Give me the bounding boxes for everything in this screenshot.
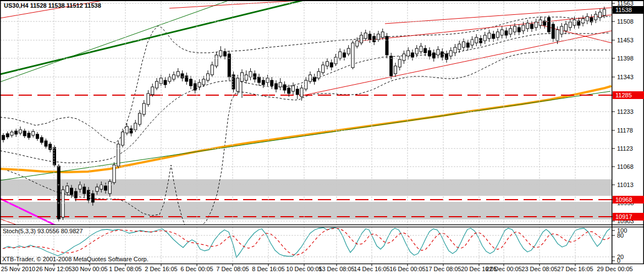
time-tick-label: 25 Nov 2010 [1,266,35,272]
time-tick-label: 10 Dec 00:05 [286,266,322,272]
orange-moving-average [0,86,610,172]
time-tick-label: 22 Dec 00:05 [486,266,521,272]
price-tick-label: 11398 [617,55,634,62]
time-tick-label: 8 Dec 16:05 [252,266,284,272]
stoch-level-label: 0 [617,257,620,264]
time-tick-label: 1 Dec 08:05 [109,266,141,272]
time-tick-label: 29 Dec 00:05 [597,266,632,272]
time-tick-label: 16 Dec 00:05 [389,266,425,272]
thin-green-long [0,91,610,180]
price-tick-label: 11068 [617,163,634,170]
time-tick-label: 17 Dec 08:05 [425,266,461,272]
main-price-panel [0,0,612,229]
time-tick-label: 2 Dec 16:05 [145,266,177,272]
time-tick-label: 7 Dec 08:05 [216,266,249,272]
time-tick-label: 26 Nov 12:05 [36,266,71,272]
stochastic-panel [3,228,610,257]
time-tick-label: 6 Dec 00:05 [180,266,213,272]
red-bottom-left [0,219,23,227]
price-tick-label: 11233 [617,108,634,115]
trading-chart-window: US30,H4 11528 11538 11512 11538 Stoch(5,… [0,0,644,275]
price-tick-label: 11508 [617,18,634,25]
red-wedge-lower [301,31,612,96]
price-tick-label: 11453 [617,37,634,43]
time-tick-label: 30 Nov 00:05 [71,266,107,272]
stoch-level-label: 80 [617,232,624,239]
grid-layer [0,1,612,263]
time-tick-label: 23 Dec 08:05 [521,266,557,272]
symbol-ohlc-info: US30,H4 11528 11538 11512 11538 [4,2,101,9]
key-level-price-box: 10968 [613,196,644,204]
stoch-main-line [3,228,610,257]
platform-copyright: XTB-Trader, © 2001-2008 MetaQuotes Softw… [2,256,148,262]
current-price-box: 11538 [613,6,644,14]
key-level-price-box: 11285 [613,91,644,99]
chart-canvas[interactable] [0,0,644,275]
time-tick-label: 13 Dec 08:05 [318,266,354,272]
time-tick-label: 14 Dec 16:05 [354,266,389,272]
thick-green-uptrend [0,0,304,74]
stochastic-indicator-label: Stoch(5,3,3) 93.0556 80.9827 [3,228,83,234]
price-tick-label: 11343 [617,74,634,80]
key-level-price-box: 10917 [613,213,644,221]
price-tick-label: 11013 [617,182,634,188]
price-tick-label: 11178 [617,127,633,134]
time-tick-label: 27 Dec 16:05 [557,266,593,272]
price-tick-label: 11123 [617,145,633,152]
